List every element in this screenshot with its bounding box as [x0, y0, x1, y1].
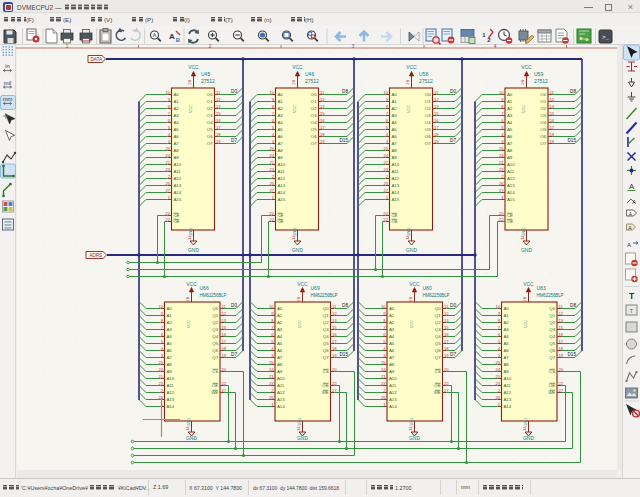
svg-text:A2: A2 [174, 106, 180, 111]
svg-text:23: 23 [499, 167, 504, 172]
svg-text:19: 19 [444, 353, 449, 358]
svg-text:U69: U69 [311, 285, 320, 291]
svg-text:17: 17 [222, 339, 227, 344]
svg-text:A10: A10 [278, 162, 286, 167]
svg-text:25: 25 [499, 146, 504, 151]
svg-text:O7: O7 [425, 141, 431, 146]
svg-text:O7: O7 [207, 141, 213, 146]
svg-text:A: A [627, 242, 631, 248]
svg-text:20: 20 [383, 211, 388, 216]
svg-text:A11: A11 [167, 383, 175, 388]
svg-text:A14: A14 [278, 190, 286, 195]
svg-text:21: 21 [496, 374, 501, 379]
svg-text:GND: GND [407, 228, 411, 237]
svg-text:DATA: DATA [90, 57, 102, 62]
svg-text:VCC: VCC [292, 65, 303, 70]
svg-text:A2: A2 [392, 106, 398, 111]
svg-text:24: 24 [166, 153, 171, 158]
svg-text:CS: CS [323, 369, 329, 374]
svg-text:O5: O5 [311, 127, 317, 132]
svg-text:Q4: Q4 [549, 334, 555, 339]
svg-text:CS: CS [212, 369, 218, 374]
svg-text:A1: A1 [277, 313, 283, 318]
svg-text:O5: O5 [425, 127, 431, 132]
svg-text:A9: A9 [167, 369, 173, 374]
svg-text:D7: D7 [450, 138, 456, 143]
svg-text:WE: WE [548, 390, 555, 395]
svg-text:O5: O5 [207, 127, 213, 132]
svg-text:O6: O6 [207, 134, 213, 139]
svg-text:28: 28 [296, 296, 301, 301]
svg-text:19: 19 [434, 139, 439, 144]
svg-text:A4: A4 [507, 120, 513, 125]
svg-text:A11: A11 [507, 169, 515, 174]
svg-text:A0: A0 [507, 92, 513, 97]
svg-text:Q7: Q7 [212, 355, 218, 360]
svg-text:A10: A10 [504, 376, 512, 381]
svg-text:1: 1 [482, 32, 486, 38]
svg-text:17: 17 [216, 125, 221, 130]
svg-text:O7: O7 [311, 141, 317, 146]
svg-text:20: 20 [165, 211, 170, 216]
svg-text:Q3: Q3 [549, 327, 555, 332]
svg-text:26: 26 [269, 395, 274, 400]
svg-text:A4: A4 [392, 120, 398, 125]
svg-text:VCC: VCC [410, 320, 414, 328]
svg-text:A: A [169, 32, 175, 41]
svg-text:A4: A4 [278, 120, 284, 125]
svg-text:CE: CE [174, 213, 180, 218]
svg-text:19: 19 [559, 353, 564, 358]
svg-text:VCC: VCC [186, 282, 197, 287]
svg-text:D7: D7 [231, 352, 237, 357]
svg-text:A15: A15 [278, 197, 286, 202]
svg-text:28: 28 [408, 296, 413, 301]
svg-text:A10: A10 [277, 376, 285, 381]
svg-text:A2: A2 [278, 106, 284, 111]
svg-text:Q1: Q1 [549, 313, 555, 318]
svg-text:A1: A1 [167, 313, 173, 318]
svg-text:O2: O2 [311, 106, 317, 111]
svg-text:A13: A13 [174, 183, 182, 188]
svg-text:VCC: VCC [188, 65, 199, 70]
svg-text:GND: GND [189, 228, 193, 237]
svg-text:A15: A15 [174, 197, 182, 202]
svg-text:24: 24 [384, 153, 389, 158]
svg-text:A8: A8 [167, 362, 173, 367]
svg-text:27: 27 [270, 188, 275, 193]
svg-text:B: B [176, 37, 181, 43]
svg-text:OE: OE [434, 383, 440, 388]
svg-text:24: 24 [381, 367, 386, 372]
svg-text:D15: D15 [567, 138, 576, 143]
svg-text:A12: A12 [277, 390, 285, 395]
svg-text:A1: A1 [174, 99, 180, 104]
svg-text:D15: D15 [339, 352, 348, 357]
svg-text:17: 17 [550, 125, 555, 130]
svg-text:18: 18 [559, 346, 564, 351]
svg-text:A6: A6 [277, 348, 283, 353]
svg-text:OE: OE [174, 219, 180, 224]
svg-text:A0: A0 [174, 92, 180, 97]
svg-text:12: 12 [550, 97, 555, 102]
svg-text:A1: A1 [507, 99, 513, 104]
svg-text:28: 28 [520, 79, 525, 84]
svg-text:D15: D15 [339, 138, 348, 143]
svg-text:24: 24 [270, 153, 275, 158]
svg-text:A11: A11 [278, 169, 286, 174]
svg-text:A3: A3 [167, 327, 173, 332]
svg-text:A14: A14 [277, 404, 285, 409]
svg-text:OE: OE [507, 219, 513, 224]
svg-text:A7: A7 [389, 355, 395, 360]
svg-text:A3: A3 [389, 327, 395, 332]
svg-text:A0: A0 [278, 92, 284, 97]
svg-text:27512: 27512 [419, 78, 433, 84]
svg-text:>_: >_ [602, 34, 609, 40]
svg-text:A8: A8 [504, 362, 510, 367]
svg-text:D15: D15 [567, 352, 576, 357]
svg-text:A4: A4 [174, 120, 180, 125]
svg-text:26: 26 [381, 395, 386, 400]
svg-text:A4: A4 [389, 334, 395, 339]
svg-text:17: 17 [434, 125, 439, 130]
svg-text:HM62256BLP: HM62256BLP [200, 293, 227, 298]
svg-text:VCC: VCC [189, 105, 193, 113]
svg-text:A13: A13 [392, 183, 400, 188]
